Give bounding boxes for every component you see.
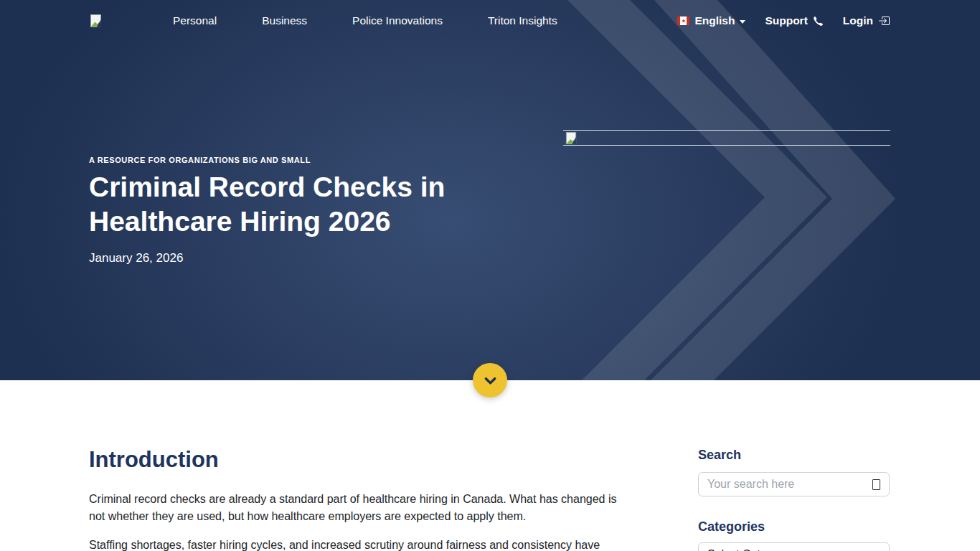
logo-broken-image-icon[interactable] [89,14,103,29]
categories-heading: Categories [698,519,890,534]
search-heading: Search [698,448,890,462]
chevron-down-icon [481,371,500,390]
page-title: Criminal Record Checks in Healthcare Hir… [89,170,505,239]
nav-item-triton-insights[interactable]: Triton Insights [488,14,557,27]
section-heading-introduction: Introduction [89,446,621,474]
support-label: Support [765,14,807,27]
login-label: Login [843,14,873,27]
search-input[interactable] [707,478,872,491]
login-link[interactable]: Login [843,14,890,27]
hero-copy: A RESOURCE FOR ORGANIZATIONS BIG AND SMA… [89,155,534,265]
support-link[interactable]: Support [765,14,823,27]
language-label: English [694,14,735,27]
nav-item-personal[interactable]: Personal [173,14,217,27]
nav-links: Personal Business Police Innovations Tri… [173,14,557,27]
hero-image-placeholder [563,130,890,146]
top-navigation: Personal Business Police Innovations Tri… [0,0,980,42]
broken-image-icon [89,14,103,29]
hero-eyebrow: A RESOURCE FOR ORGANIZATIONS BIG AND SMA… [89,155,534,165]
article-date: January 26, 2026 [89,251,534,265]
scroll-down-button[interactable] [473,363,507,397]
sidebar: Search Categories Select Category [698,448,890,551]
broken-image-icon [565,131,578,146]
caret-down-icon [740,20,745,24]
canada-flag-icon [677,17,689,25]
language-dropdown[interactable]: English [677,14,745,27]
article-paragraph: Staffing shortages, faster hiring cycles… [89,537,621,551]
nav-item-police-innovations[interactable]: Police Innovations [352,14,443,27]
article-paragraph: Criminal record checks are already a sta… [89,491,621,525]
sign-in-icon [878,15,890,27]
nav-item-business[interactable]: Business [262,14,307,27]
category-select[interactable]: Select Category [698,542,890,551]
search-box [698,472,890,496]
phone-icon [813,16,824,27]
category-select-value: Select Category [707,548,789,551]
article-body: Introduction Criminal record checks are … [89,446,621,551]
search-glyph-box-icon[interactable] [872,479,880,490]
nav-utilities: English Support Login [677,14,890,27]
